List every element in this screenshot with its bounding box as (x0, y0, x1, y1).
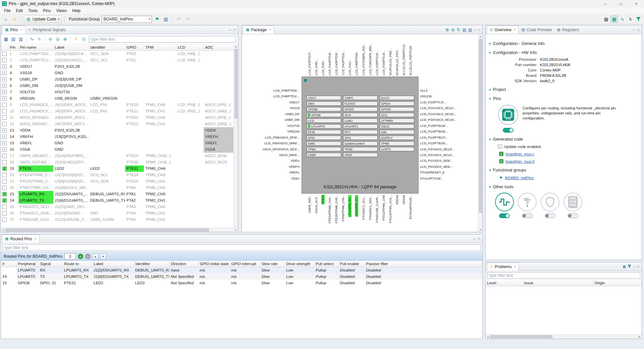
remove-pin-button[interactable]: × (85, 254, 91, 259)
column-header-pull-enable[interactable]: Pull enable (338, 261, 365, 267)
pin-checkbox[interactable] (2, 122, 7, 126)
column-header-passive-filter[interactable]: Passive filter (365, 261, 392, 267)
peripheral-block-gpiob[interactable]: GPIOB (307, 107, 341, 111)
pin-checkbox[interactable] (2, 205, 7, 209)
add-pin-button[interactable]: + (78, 254, 83, 259)
pins-row-10[interactable]: 10LCD_P60/ADC0_...J4[3]/DIFF_ADC0...LCD_… (1, 108, 234, 114)
column-header-origin[interactable]: Origin (593, 280, 642, 286)
tab-problems[interactable]: ⚠ Problems × (487, 262, 519, 271)
pins-row-21[interactable]: 21PTE25/TPM0_C...U2[6]/U10[6]/I2C...I2C0… (1, 178, 234, 185)
peripheral-block-lptmr0[interactable]: LPTMR0 (380, 118, 414, 123)
pin-checkbox[interactable] (2, 166, 7, 171)
columns-view-icon[interactable]: ▤ (10, 36, 17, 43)
peripheral-block-spi1[interactable]: SPI1 (343, 136, 378, 140)
pins-row-22[interactable]: 22PTA0/TPM0_CH...J11[4]/K32L2_SW...PTA0T… (1, 185, 234, 191)
package-pin-label[interactable]: VSS45 (402, 195, 406, 204)
problems-filter-input[interactable] (487, 272, 640, 279)
package-pin-label[interactable]: PTA12/TPM1_CH0 (382, 195, 385, 220)
pin-checkbox[interactable] (2, 77, 7, 82)
column-header-level[interactable]: Level (486, 280, 523, 286)
peripheral-block-gpioa[interactable]: GPIOA (380, 101, 414, 106)
pins-row-2[interactable]: 2LCD_P49/PTE1/...J2[20]/D15/I2C1_...I2C1… (1, 57, 234, 63)
pins-horizontal-scrollbar[interactable]: ◂ ▸ (1, 228, 238, 232)
peripheral-block-adc0[interactable]: ADC0 (307, 96, 341, 100)
maximize-pane-icon[interactable]: □ (478, 237, 480, 241)
pin-checkbox[interactable] (2, 135, 7, 139)
package-pin-label[interactable]: XTAL0/PTA19/... (420, 177, 478, 180)
pins-row-26[interactable]: 26PTA4/I2C1_SDA/...J1[10]/D4/SW1SW1PTA4T… (1, 210, 234, 216)
flag-icon[interactable]: ⚑ (153, 15, 161, 23)
pin-checkbox[interactable] (2, 96, 7, 101)
section-general-info[interactable]: ▾ Configuration - General Info (489, 41, 638, 46)
window-minimize-button[interactable]: – (598, 0, 613, 7)
minimize-pane-icon[interactable]: – (229, 28, 231, 32)
problems-filter-icon[interactable] (628, 265, 631, 269)
pins-row-13[interactable]: 13VDDAP3V3_K32L2BVDDA (1, 127, 234, 134)
close-icon[interactable]: × (514, 265, 516, 268)
pins-tool-toggle2[interactable] (499, 213, 510, 218)
package-pin-label[interactable]: PTA13/TPM1_CH1... (389, 195, 392, 223)
package-pin-label[interactable]: VDDA (242, 159, 300, 162)
column-header-identifier[interactable]: Identifier (89, 44, 125, 51)
package-pin-label[interactable]: LCD_P49/PTE1/... (242, 94, 300, 98)
package-pin-label[interactable]: VREFH (242, 165, 300, 168)
tab-routed-pins[interactable]: ▦ Routed Pins × (2, 235, 40, 243)
view-registers-icon[interactable]: ▦ (602, 15, 610, 23)
pins-row-18[interactable]: 18DAC0_OUT/AD...J1[16]/J4[11]/D7/...PTE3… (1, 159, 234, 165)
close-icon[interactable]: × (20, 28, 22, 32)
pin-checkbox[interactable] (2, 141, 7, 145)
peripheral-block-dma[interactable]: DMA (307, 101, 341, 106)
view-peripheral-signals-icon[interactable]: ∿ (619, 15, 626, 23)
package-pin-label[interactable]: LCD_P40/PTD0/... (355, 50, 358, 76)
section-generated-code[interactable]: ▾ Generated code (489, 137, 638, 142)
zoom-in-icon[interactable]: ⊕ (445, 27, 449, 32)
pin-checkbox[interactable] (2, 198, 7, 203)
package-pin-label[interactable]: LCD_P43/PTD3/... (335, 50, 338, 76)
update-code-enabled-checkbox[interactable] (498, 144, 502, 149)
routed-row-24[interactable]: 24LPUART0TXLPUART0_TXJ1[4]/D1/UART0_TXDE… (1, 273, 482, 280)
column-header-gpio[interactable]: GPIO (125, 44, 144, 51)
pins-row-19[interactable]: 19PTE31LED2LED2PTE31TPM0_CH4 (1, 165, 234, 172)
package-pin-label[interactable]: USB0_DM (242, 118, 300, 121)
peripheral-block-i2c0[interactable]: I2C0 (343, 113, 378, 117)
export-icon[interactable]: ▥ (162, 15, 169, 23)
pins-row-4[interactable]: 4VSS18GND (1, 70, 234, 76)
package-pin-label[interactable]: PTA5/USB_CLKIN... (375, 195, 379, 222)
package-pin-label[interactable]: LCD_P12/PTB16/... (420, 141, 478, 145)
peripheral-block-gpioc[interactable]: GPIOC (343, 107, 378, 111)
column-header-label[interactable]: Label (53, 44, 89, 51)
routed-row-23[interactable]: 23LPUART0RXLPUART0_RXJ1[2]/D0/UART0_RXDE… (1, 267, 482, 273)
tab-pins[interactable]: ▦ Pins × (2, 26, 25, 34)
zoom-out-icon[interactable]: ⊖ (451, 27, 455, 32)
peripheral-block-usb0[interactable]: USB0 (307, 153, 341, 157)
peripheral-block-gpioe[interactable]: GPIOE (307, 113, 341, 117)
print-icon[interactable]: ▥ (468, 28, 472, 32)
maximize-pane-icon[interactable]: □ (478, 28, 480, 32)
pins-row-1[interactable]: 1LCD_P48/PTE0/...J2[18]/J4[9]/D14/...I2C… (1, 51, 234, 57)
column-header-lcd[interactable]: LCD (176, 44, 204, 51)
pins-row-14[interactable]: 14VREFHJ19[2]/P3V3_K32L...VREFH (1, 134, 234, 140)
package-pin-label[interactable]: PTA0/TPM0_CH5... (341, 195, 345, 221)
signal-view-icon[interactable]: ∿ (29, 36, 35, 43)
pins-tool-icon[interactable] (498, 104, 519, 125)
move-down-button[interactable]: ▾ (100, 254, 106, 259)
pin-checkbox[interactable] (2, 58, 7, 62)
peripheral-block-tpm1[interactable]: TPM1 (307, 147, 341, 151)
generated-file-link[interactable]: board\pin_mux.c (506, 152, 534, 156)
pin-checkbox[interactable] (2, 192, 7, 196)
timer-icon[interactable]: ◷ (80, 36, 87, 43)
view-filter-icon[interactable] (635, 15, 642, 23)
column-header-pull-select[interactable]: Pull select (314, 261, 338, 267)
locate-icon[interactable]: ◎ (54, 36, 61, 43)
peripheral-block-rcm[interactable]: RCM (307, 130, 341, 134)
package-pin-label[interactable]: LCD_P25/PTC5/... (375, 50, 379, 76)
pins-row-23[interactable]: 23LPUART0_RXJ1[2]/D0/UART0_...DEBUG_UART… (1, 191, 234, 197)
pin-checkbox[interactable] (2, 160, 7, 164)
package-pin-label[interactable]: LCD_P23/PTC3/... (420, 100, 478, 104)
package-pin-label[interactable]: VREGIN (242, 130, 300, 133)
peripheral-block-lcd[interactable]: LCD (307, 118, 341, 123)
package-pin-label[interactable]: LCD_P2/ADC0_SE12/... (420, 153, 478, 157)
package-pin-label[interactable]: ADC0_DP3/ADC0_SE3/... (242, 147, 300, 151)
peripheral-block-tpm2[interactable]: TPM2 (343, 147, 378, 151)
table-view-icon[interactable]: ▦ (3, 36, 9, 43)
